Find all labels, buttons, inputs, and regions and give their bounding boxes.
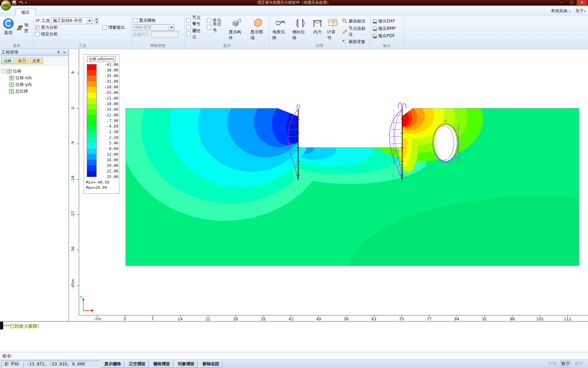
ribbon-group-output: 输出DXF 输出BMP 输出PDF 输出 — [370, 16, 404, 49]
active-check-icon: ✓ — [10, 75, 13, 79]
show-mesh-checkbox[interactable]: 显示网格 — [133, 17, 183, 24]
toggle-object-snap[interactable]: 对象捕捉 — [175, 361, 198, 368]
ruler-horizontal: -7m0714212835424956637077849198105112 — [79, 315, 588, 321]
checkbox-icon — [207, 25, 211, 29]
titlebar: ▾ 理正基坑有限元分析软件（有限元后处理） – □ × — [0, 0, 588, 6]
maximize-button[interactable]: □ — [566, 0, 577, 5]
toggle-ortho-snap[interactable]: 正交捕捉 — [126, 361, 149, 368]
checkbox-icon — [35, 32, 40, 36]
collapse-icon[interactable]: - — [1, 69, 5, 73]
ribbon-group-basic: 返回 地层 基本 — [0, 16, 34, 49]
undo-icon[interactable] — [19, 0, 23, 5]
tab-strain[interactable]: 应变 — [30, 57, 43, 64]
panel-edge-handle[interactable] — [0, 322, 3, 329]
ribbon-group-case: 工况 施工阶段6-开挖 受力分析 稳定分析 — [34, 16, 132, 49]
model-canvas[interactable]: Y 位移-x向(mm) -41.00-38.00-35.00-31.00-28.… — [69, 49, 588, 321]
about-menu[interactable]: 关于▾ — [575, 8, 585, 14]
member-icon — [231, 18, 242, 28]
ime-indicators: 大写 数字 改写 — [548, 361, 587, 367]
book-icon — [328, 18, 338, 28]
stage-combobox[interactable]: 施工阶段6-开挖 — [51, 18, 92, 24]
ribbon-group-result: 地表沉降 侧向位移 内力 — [270, 16, 370, 49]
stability-analysis-checkbox[interactable]: 稳定分析 — [35, 31, 99, 38]
show-domain-button[interactable]: 显示围域 — [249, 17, 268, 42]
ribbon-tab-row: 输出 界面风格 ▾ 关于▾ — [0, 6, 588, 16]
table-icon — [7, 69, 12, 74]
ribbon-group-display: 节点号 中节点 塑性点 单元 单元号 显示构件 — [185, 16, 270, 49]
checkbox-checked-icon — [35, 25, 40, 30]
interface-style-menu[interactable]: 界面风格 ▾ — [551, 8, 570, 14]
checkbox-icon — [207, 18, 211, 23]
legend-max: Max=24.99 — [86, 185, 119, 190]
legend-min: Min=-40.59 — [86, 180, 119, 185]
tab-displacement[interactable]: 位移 — [1, 57, 14, 64]
export-pdf-button[interactable]: 输出PDF — [372, 33, 402, 39]
close-button[interactable]: × — [577, 0, 587, 5]
internal-force-button[interactable]: 内力 — [311, 17, 324, 45]
app-menu-button[interactable] — [1, 0, 11, 11]
back-button[interactable]: 返回 — [1, 17, 15, 36]
export-bmp-button[interactable]: 输出BMP — [372, 25, 402, 32]
table-icon — [9, 89, 14, 94]
panel-close-icon[interactable]: × — [62, 50, 67, 55]
case-icon — [35, 19, 40, 22]
extreme-icon — [342, 19, 347, 23]
axis-y-label: Y — [79, 295, 82, 300]
chevron-down-icon: ▾ — [569, 10, 570, 13]
report-button[interactable]: 计算书 — [326, 17, 340, 45]
save-icon[interactable] — [12, 0, 16, 5]
cursor-coordinates: -13.972, -53.919, 0.000 — [23, 361, 100, 368]
window-title: 理正基坑有限元分析软件（有限元后处理） — [0, 0, 588, 6]
tree-node-displacement[interactable]: - 位移 — [1, 68, 67, 75]
qat-dropdown-icon[interactable]: ▾ — [25, 1, 27, 4]
toggle-polar-tracking[interactable]: 极轴追踪 — [199, 361, 222, 368]
toggle-grid-snap[interactable]: 栅格捕捉 — [150, 361, 173, 368]
lateral-displacement-button[interactable]: 侧向位移 — [291, 17, 309, 45]
tab-stress[interactable]: 应力 — [15, 57, 29, 64]
quick-access-toolbar: ▾ — [12, 0, 27, 5]
tab-output[interactable]: 输出 — [15, 8, 36, 16]
lateral-icon — [295, 18, 306, 28]
ribbon-group-mesh: 显示网格 网格变形 比例尺1: 网格变形 — [132, 16, 185, 49]
ime-caps: 大写 — [548, 361, 556, 367]
contour-legend: 位移-x向(mm) -41.00-38.00-35.00-31.00-28.00… — [84, 54, 119, 194]
stage-spinner[interactable] — [94, 18, 99, 24]
ruler-vertical: 90-9-18-27-36-45m — [69, 49, 79, 315]
force-analysis-checkbox[interactable]: 受力分析 — [35, 24, 99, 31]
ime-num: 数字 — [560, 361, 571, 367]
application-window: ▾ 理正基坑有限元分析软件（有限元后处理） – □ × 输出 界面风格 ▾ 关于… — [0, 0, 588, 368]
internal-force-icon — [312, 18, 323, 28]
checkbox-icon — [186, 25, 191, 29]
command-line[interactable]: 命令: — [0, 352, 588, 360]
checkbox-icon — [186, 18, 191, 23]
ground-settlement-button[interactable]: 地表沉降 — [271, 17, 289, 45]
tree-item-displacement-x[interactable]: ✓ 位移-x向 — [9, 75, 67, 81]
ribbon: 返回 地层 基本 工况 — [0, 16, 588, 49]
checkbox-icon — [186, 32, 191, 36]
project-manager-panel: 工程管理 × 位移 应力 应变 - 位移 ✓ 位移-x向 位移-y — [0, 49, 69, 321]
table-icon — [9, 82, 14, 87]
incremental-output-checkbox[interactable]: 增量输出 — [102, 24, 125, 31]
node-value-label-button[interactable]: 节点值标注 — [342, 25, 369, 38]
scale-input — [151, 31, 178, 38]
contour-plot: Y — [69, 49, 588, 321]
checkbox-icon — [133, 18, 138, 23]
plastic-point-checkbox[interactable]: 塑性点 — [186, 30, 204, 37]
result-tree: - 位移 ✓ 位移-x向 位移-y向 总位移 — [0, 66, 68, 97]
strata-button[interactable]: 地层 — [16, 19, 32, 36]
toggle-show-grid[interactable]: 显示栅格 — [101, 361, 124, 368]
tree-item-total-displacement[interactable]: 总位移 — [9, 88, 67, 95]
element-number-checkbox[interactable]: 单元号 — [207, 24, 225, 30]
back-icon — [3, 18, 14, 29]
export-dxf-button[interactable]: 输出DXF — [372, 18, 402, 25]
layers-icon — [17, 25, 23, 30]
start-button[interactable]: 开始 — [1, 361, 22, 368]
pin-icon[interactable] — [56, 50, 61, 55]
tunnel-void — [434, 125, 457, 161]
tree-item-displacement-y[interactable]: 位移-y向 — [9, 81, 67, 88]
extreme-label-button[interactable]: 极值标注 — [342, 18, 369, 25]
mesh-deform-combobox: 网格变形 — [133, 24, 174, 31]
show-member-button[interactable]: 显示构件 — [227, 17, 246, 42]
minimize-button[interactable]: – — [556, 0, 566, 5]
dxf-file-icon — [372, 19, 377, 24]
